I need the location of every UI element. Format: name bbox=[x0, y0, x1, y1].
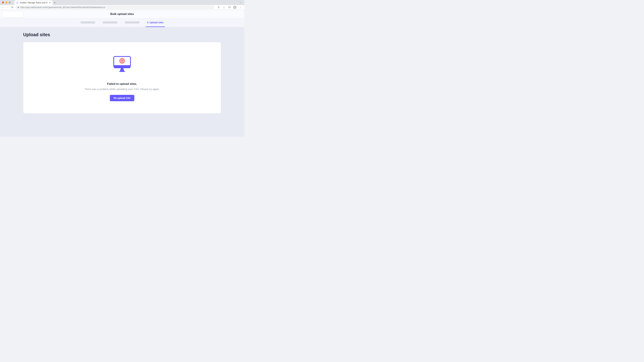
browser-actions: ☆ ⋮ bbox=[216, 6, 243, 9]
svg-rect-3 bbox=[114, 65, 130, 68]
step-1[interactable] bbox=[79, 18, 96, 27]
minimize-window-icon[interactable] bbox=[5, 1, 8, 3]
extensions-icon[interactable] bbox=[228, 6, 231, 9]
logo-placeholder bbox=[2, 11, 24, 17]
browser-tab[interactable]: iAuditor: Manage Teams and In ✕ bbox=[14, 0, 52, 5]
step-placeholder bbox=[103, 21, 117, 23]
back-icon[interactable]: ← bbox=[1, 6, 4, 9]
maximize-window-icon[interactable] bbox=[9, 1, 11, 3]
window-controls bbox=[0, 0, 13, 5]
reload-icon[interactable]: ⟳ bbox=[11, 6, 14, 9]
error-description: There was a problem while uploading your… bbox=[84, 88, 160, 90]
share-icon[interactable] bbox=[217, 6, 220, 9]
favicon-icon bbox=[16, 1, 18, 4]
step-2[interactable] bbox=[102, 18, 118, 27]
tab-title: iAuditor: Manage Teams and In bbox=[20, 1, 48, 4]
lock-icon bbox=[18, 6, 19, 8]
tabs-chevron-icon[interactable] bbox=[238, 0, 244, 5]
step-label: 4. Upload sites bbox=[147, 21, 164, 24]
url-text: https://app.safetyculture.com/organisati… bbox=[20, 6, 105, 8]
tab-close-icon[interactable]: ✕ bbox=[49, 1, 51, 4]
step-placeholder bbox=[125, 21, 139, 23]
reupload-csv-button[interactable]: Re-upload CSV bbox=[110, 95, 134, 101]
upload-card: Failed to upload sites. There was a prob… bbox=[23, 42, 221, 113]
step-placeholder bbox=[81, 21, 95, 23]
svg-point-8 bbox=[122, 62, 122, 62]
browser-address-bar: ← → ⟳ https://app.safetyculture.com/orga… bbox=[0, 5, 244, 10]
forward-icon: → bbox=[6, 6, 9, 9]
step-3[interactable] bbox=[124, 18, 141, 27]
svg-rect-4 bbox=[119, 71, 125, 72]
svg-rect-0 bbox=[18, 7, 19, 8]
content-area: Upload sites Failed to upload sites. The… bbox=[0, 27, 244, 137]
error-title: Failed to upload sites. bbox=[107, 82, 137, 86]
error-monitor-icon bbox=[113, 56, 131, 73]
star-icon[interactable]: ☆ bbox=[222, 6, 226, 9]
profile-avatar-icon[interactable] bbox=[233, 6, 236, 9]
url-input[interactable]: https://app.safetyculture.com/organisati… bbox=[16, 5, 214, 9]
page-title: Bulk upload sites bbox=[0, 12, 244, 16]
new-tab-button[interactable]: + bbox=[52, 0, 57, 5]
steps-bar: 4. Upload sites bbox=[0, 18, 244, 27]
section-title: Upload sites bbox=[23, 32, 221, 37]
app-header: Bulk upload sites bbox=[0, 10, 244, 18]
browser-tab-strip: iAuditor: Manage Teams and In ✕ + bbox=[0, 0, 244, 5]
close-window-icon[interactable] bbox=[2, 1, 4, 3]
kebab-menu-icon[interactable]: ⋮ bbox=[239, 6, 242, 9]
svg-point-1 bbox=[234, 7, 235, 7]
step-4-upload-sites[interactable]: 4. Upload sites bbox=[146, 18, 165, 27]
